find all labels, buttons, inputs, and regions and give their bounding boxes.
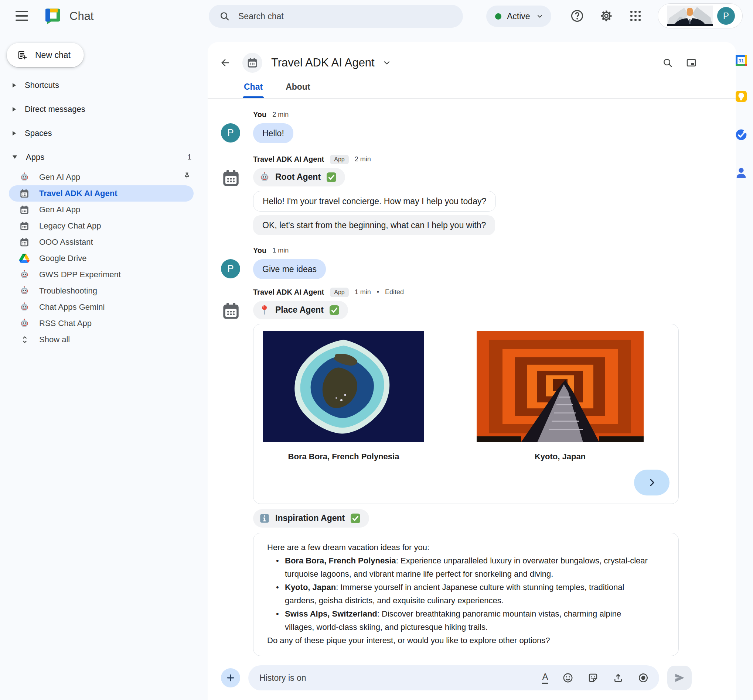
add-content-button[interactable]: [221, 668, 240, 688]
split-pane-icon: [686, 57, 697, 68]
google-apps-button[interactable]: [628, 9, 642, 23]
search-input[interactable]: [238, 11, 453, 22]
gear-icon: [599, 9, 613, 23]
sidebar: Shortcuts Direct messages Spaces Apps 1 …: [0, 73, 208, 348]
check-mark-icon: [350, 513, 361, 524]
sidebar-section-spaces[interactable]: Spaces: [0, 121, 208, 145]
calendar-icon: [19, 188, 30, 199]
google-contacts-icon[interactable]: [734, 166, 748, 179]
info-icon: [259, 513, 270, 524]
google-drive-icon: [19, 253, 30, 263]
conversation-avatar: [242, 53, 262, 73]
sidebar-section-direct-messages[interactable]: Direct messages: [0, 97, 208, 121]
back-arrow-icon: [219, 57, 231, 68]
calendar-icon: [19, 221, 30, 231]
text-format-button[interactable]: A: [542, 672, 548, 684]
tab-about[interactable]: About: [286, 82, 310, 98]
conversation-title[interactable]: Travel ADK AI Agent: [271, 56, 375, 69]
chevron-down-icon[interactable]: [382, 58, 392, 67]
status-selector[interactable]: Active: [486, 6, 551, 27]
message-time: 2 min: [272, 111, 289, 118]
message-agent-place: Travel ADK AI Agent App 1 min • Edited P…: [221, 287, 736, 656]
agent-status-inspiration-agent: Inspiration Agent: [253, 509, 369, 528]
send-message-button[interactable]: [667, 666, 692, 690]
google-chat-logo-icon: [44, 8, 61, 25]
search-icon: [219, 11, 230, 22]
help-button[interactable]: [570, 9, 584, 23]
conversation-panel: Travel ADK AI Agent Chat About P You 2 m…: [208, 42, 736, 700]
sidebar-item-google-drive[interactable]: Google Drive: [0, 250, 208, 267]
list-item: Swiss Alps, Switzerland: Discover breath…: [267, 607, 648, 634]
message-author: You: [253, 111, 266, 119]
calendar-icon: [247, 57, 258, 69]
robot-icon: [259, 171, 270, 183]
robot-icon: [19, 302, 30, 312]
record-video-button[interactable]: [638, 672, 649, 683]
caret-down-icon: [12, 156, 17, 159]
search-in-conversation-button[interactable]: [658, 53, 677, 72]
sidebar-item-rss-chat-app[interactable]: RSS Chat App: [0, 315, 208, 332]
caret-right-icon: [12, 83, 16, 87]
message-input[interactable]: [259, 673, 528, 683]
search-icon: [662, 57, 673, 68]
google-calendar-icon[interactable]: [734, 54, 748, 67]
sidebar-item-gen-ai-app[interactable]: Gen AI App: [0, 169, 208, 186]
sidebar-item-chat-apps-gemini[interactable]: Chat Apps Gemini: [0, 299, 208, 315]
message-bubble: Hello!: [253, 123, 294, 143]
calendar-avatar-icon: [221, 168, 241, 188]
organization-logo-image: [667, 6, 713, 26]
chevron-right-icon: [646, 477, 657, 488]
profile-avatar[interactable]: P: [717, 7, 735, 25]
sidebar-section-shortcuts[interactable]: Shortcuts: [0, 73, 208, 97]
product-name: Chat: [69, 9, 94, 23]
account-switcher[interactable]: P: [658, 3, 743, 28]
calendar-icon: [19, 204, 30, 215]
sidebar-item-gen-ai-app-2[interactable]: Gen AI App: [0, 201, 208, 218]
message-input-container[interactable]: A: [248, 665, 659, 691]
sidebar-show-all[interactable]: Show all: [0, 332, 208, 348]
list-item: Bora Bora, French Polynesia: Experience …: [267, 554, 648, 581]
sidebar-item-travel-adk-ai-agent[interactable]: Travel ADK AI Agent: [0, 186, 208, 201]
message-time: 2 min: [355, 156, 371, 163]
main-menu-button[interactable]: [16, 11, 28, 21]
kyoto-torii-gates-image[interactable]: [476, 331, 644, 442]
sidebar-item-legacy-chat-app[interactable]: Legacy Chat App: [0, 218, 208, 234]
sidebar-item-gws-dpp-experiment[interactable]: GWS DPP Experiment: [0, 267, 208, 283]
message-bubble: Hello! I'm your travel concierge. How ma…: [253, 191, 496, 212]
ideas-intro: Here are a few dream vacation ideas for …: [267, 541, 667, 554]
message-author: Travel ADK AI Agent: [253, 155, 324, 164]
places-carousel-card: Bora Bora, French Polynesia: [253, 324, 679, 504]
place-caption: Kyoto, Japan: [476, 452, 644, 461]
bora-bora-satellite-image[interactable]: [263, 331, 424, 442]
list-item: Kyoto, Japan: Immerse yourself in ancien…: [267, 581, 648, 607]
sidebar-item-troubleshooting[interactable]: Troubleshooting: [0, 283, 208, 299]
tab-chat[interactable]: Chat: [244, 82, 263, 98]
google-tasks-icon[interactable]: [734, 128, 748, 142]
message-you-ideas: P You 1 min Give me ideas: [221, 246, 736, 279]
active-status-dot: [495, 13, 501, 20]
back-button[interactable]: [216, 53, 234, 72]
plus-icon: [225, 673, 236, 683]
settings-button[interactable]: [599, 9, 613, 23]
robot-icon: [19, 172, 30, 182]
workspace-side-panel: [733, 42, 749, 179]
ideas-outro: Do any of these pique your interest, or …: [267, 634, 667, 647]
sidebar-item-ooo-assistant[interactable]: OOO Assistant: [0, 234, 208, 250]
new-chat-button[interactable]: New chat: [7, 43, 84, 67]
sidebar-section-apps[interactable]: Apps 1: [0, 145, 208, 169]
robot-icon: [19, 318, 30, 329]
help-icon: [570, 9, 584, 23]
search-bar[interactable]: [209, 5, 463, 28]
message-you-hello: P You 2 min Hello!: [221, 110, 736, 143]
check-mark-icon: [326, 171, 337, 183]
google-keep-icon[interactable]: [734, 90, 748, 103]
carousel-next-button[interactable]: [634, 469, 670, 496]
open-in-split-pane-button[interactable]: [682, 53, 700, 72]
message-time: 1 min: [272, 246, 289, 254]
status-label: Active: [507, 11, 530, 22]
message-bubble: Give me ideas: [253, 259, 326, 279]
upload-file-button[interactable]: [612, 672, 624, 683]
emoji-button[interactable]: [562, 672, 573, 683]
compose-bar: A: [221, 665, 692, 691]
gif-sticker-button[interactable]: [587, 672, 598, 683]
